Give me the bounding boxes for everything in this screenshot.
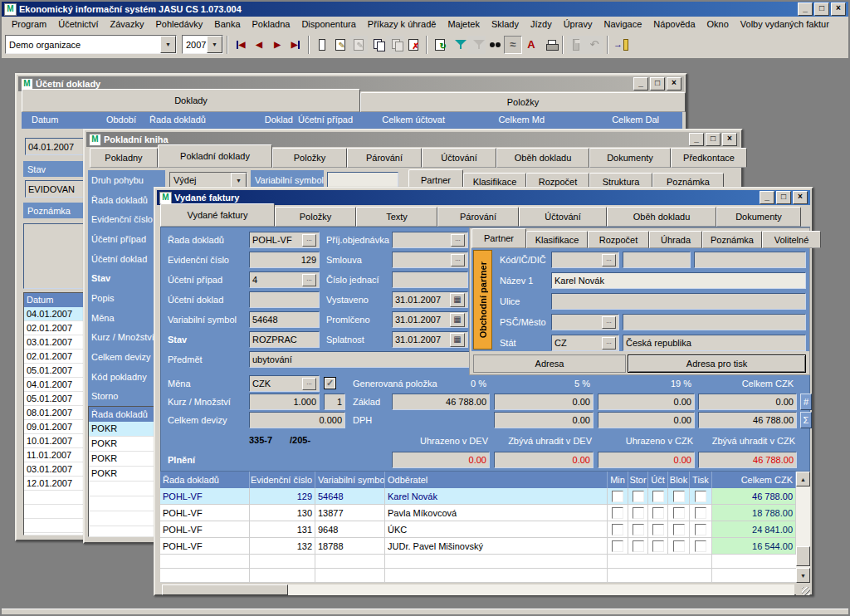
undo-button[interactable]: ↶ bbox=[585, 36, 603, 54]
main-title-bar[interactable]: M Ekonomický informační systém JASU CS 1… bbox=[2, 2, 848, 17]
vf-tab[interactable]: Texty bbox=[356, 207, 437, 227]
ud-col-celkem-dal[interactable]: Celkem Dal bbox=[594, 115, 659, 125]
year-select[interactable]: 2007 ▼ bbox=[182, 35, 223, 54]
refresh-button[interactable]: ↻ bbox=[431, 36, 449, 54]
pk-vs-field[interactable] bbox=[327, 172, 398, 188]
minimize-button[interactable]: _ bbox=[633, 77, 648, 90]
col-min[interactable]: Min bbox=[608, 472, 628, 488]
menu-item[interactable]: Příkazy k úhradě bbox=[362, 18, 442, 30]
menu-item[interactable]: Okno bbox=[701, 18, 735, 30]
lookup-dots-button[interactable]: ... bbox=[602, 254, 616, 266]
organization-select[interactable]: Demo organizace ▼ bbox=[5, 35, 177, 54]
partner-ulice-field[interactable] bbox=[551, 293, 806, 310]
tab-polozky[interactable]: Položky bbox=[360, 92, 686, 112]
min-checkbox[interactable] bbox=[612, 524, 623, 535]
lookup-dots-button[interactable]: ... bbox=[451, 254, 465, 266]
uct-checkbox[interactable] bbox=[652, 524, 664, 535]
calendar-icon[interactable]: ▦ bbox=[450, 313, 465, 327]
col-rada[interactable]: Řada dokladů bbox=[160, 472, 250, 488]
lookup-dots-button[interactable]: ... bbox=[451, 234, 465, 247]
vf-rada-field[interactable]: POHL-VF... bbox=[249, 232, 320, 248]
vf-splatnost-field[interactable]: 31.01.2007▦ bbox=[392, 331, 468, 348]
vf-smlouva-field[interactable]: ... bbox=[392, 252, 468, 268]
hash-button[interactable]: # bbox=[800, 394, 812, 410]
vf-devizy-field[interactable]: 0.000 bbox=[249, 412, 345, 428]
blok-checkbox[interactable] bbox=[673, 540, 685, 552]
edit-document-button[interactable]: ✎ bbox=[331, 36, 349, 54]
lookup-dots-button[interactable]: ... bbox=[302, 274, 316, 286]
partner-stat-field[interactable]: CZ... bbox=[551, 335, 619, 351]
tisk-checkbox[interactable] bbox=[695, 540, 706, 552]
vf-pripad-field[interactable]: 4... bbox=[249, 271, 320, 288]
partner-tab[interactable]: Klasifikace bbox=[526, 231, 588, 248]
col-tisk[interactable]: Tisk bbox=[690, 472, 712, 488]
resize-grip[interactable] bbox=[802, 587, 810, 595]
filter-clear-button[interactable] bbox=[467, 36, 486, 54]
menu-item[interactable]: Úpravy bbox=[558, 18, 598, 30]
col-uct[interactable]: Účt bbox=[648, 472, 668, 488]
menu-item[interactable]: Pohledávky bbox=[149, 18, 208, 30]
stor-checkbox[interactable] bbox=[633, 507, 644, 519]
vf-ev-field[interactable]: 129 bbox=[249, 252, 320, 268]
menu-item[interactable]: Program bbox=[6, 18, 52, 30]
ud-col-obdobi[interactable]: Období bbox=[71, 115, 136, 125]
close-button[interactable]: × bbox=[831, 2, 846, 16]
min-checkbox[interactable] bbox=[612, 540, 623, 552]
lookup-dots-button[interactable]: ... bbox=[302, 234, 316, 247]
calendar-icon[interactable]: ▦ bbox=[450, 293, 465, 307]
values-display-button[interactable]: ≈ bbox=[504, 36, 522, 54]
partner-nazev-field[interactable]: Karel Novák bbox=[551, 272, 806, 289]
ud-col-celkem-md[interactable]: Celkem Md bbox=[486, 115, 545, 125]
menu-item[interactable]: Volby vydaných faktur bbox=[735, 18, 835, 30]
ud-col-rada[interactable]: Řada dokladů bbox=[149, 115, 206, 125]
vf-tab[interactable]: Položky bbox=[275, 207, 356, 227]
vf-vs-field[interactable]: 54648 bbox=[249, 311, 320, 328]
menu-item[interactable]: Jízdy bbox=[525, 18, 558, 30]
uct-checkbox[interactable] bbox=[652, 540, 664, 552]
pk-tab[interactable]: Pokladní doklady bbox=[158, 144, 272, 168]
edit-document-alt-button[interactable]: ✎ bbox=[349, 36, 368, 54]
vf-stav-field[interactable]: ROZPRAC bbox=[249, 331, 320, 348]
vf-vystaveno-field[interactable]: 31.01.2007▦ bbox=[392, 291, 468, 308]
vf-tab[interactable]: Oběh dokladu bbox=[607, 207, 716, 227]
lookup-dots-button[interactable]: ... bbox=[602, 337, 616, 350]
pk-druh-pohybu-select[interactable]: Výdej ▼ bbox=[169, 172, 247, 188]
tisk-checkbox[interactable] bbox=[695, 507, 706, 519]
close-button[interactable]: × bbox=[667, 77, 681, 90]
ud-col-celkem-uctovat[interactable]: Celkem účtovat bbox=[370, 115, 445, 125]
tisk-checkbox[interactable] bbox=[695, 491, 706, 502]
menu-item[interactable]: Navigace bbox=[598, 18, 647, 30]
calendar-icon[interactable]: ▦ bbox=[450, 333, 465, 347]
col-evidencni[interactable]: Evidenční číslo bbox=[250, 472, 315, 488]
menu-item[interactable]: Sklady bbox=[486, 18, 525, 30]
table-row[interactable]: POHL-VF 130 13877 Pavla Míkovcová 18 788… bbox=[160, 505, 796, 521]
restore-button[interactable]: □ bbox=[814, 2, 829, 16]
ud-col-doklad[interactable]: Doklad bbox=[246, 115, 293, 125]
pk-tab[interactable]: Položky bbox=[272, 148, 347, 168]
blok-checkbox[interactable] bbox=[673, 507, 685, 519]
lookup-dots-button[interactable]: ... bbox=[302, 378, 316, 390]
menu-item[interactable]: Závazky bbox=[104, 18, 149, 30]
vf-tab[interactable]: Vydané faktury bbox=[160, 203, 275, 227]
ud-col-pripad[interactable]: Účetní případ bbox=[298, 115, 353, 125]
table-row[interactable]: POHL-VF 129 54648 Karel Novák 46 788.00 bbox=[160, 488, 796, 505]
stor-checkbox[interactable] bbox=[633, 540, 644, 552]
sigma-button[interactable]: Σ bbox=[800, 412, 812, 428]
vf-kurz-field[interactable]: 1.000 bbox=[249, 394, 320, 410]
minimize-button[interactable]: _ bbox=[798, 2, 813, 16]
copy-document-alt-button[interactable] bbox=[386, 36, 404, 54]
menu-item[interactable]: Banka bbox=[208, 18, 246, 30]
col-odberatel[interactable]: Odběratel bbox=[385, 472, 608, 488]
vf-mena-checkbox[interactable]: ✓ bbox=[324, 377, 336, 389]
blok-checkbox[interactable] bbox=[673, 524, 685, 535]
delete-document-button[interactable]: ✗ bbox=[404, 36, 423, 54]
last-record-button[interactable]: ▶ bbox=[286, 36, 305, 54]
minimize-button[interactable]: _ bbox=[689, 133, 704, 146]
vf-promlceno-field[interactable]: 31.01.2007▦ bbox=[392, 311, 468, 328]
adresa-pro-tisk-button[interactable]: Adresa pro tisk bbox=[628, 354, 806, 373]
pk-tab[interactable]: Oběh dokladu bbox=[496, 148, 589, 168]
pk-tab[interactable]: Pokladny bbox=[90, 148, 158, 168]
vf-mena-field[interactable]: CZK... bbox=[249, 375, 320, 392]
partner-tab[interactable]: Partner bbox=[471, 228, 526, 248]
vf-vertical-scrollbar[interactable]: ▲ ▼ bbox=[796, 472, 810, 583]
